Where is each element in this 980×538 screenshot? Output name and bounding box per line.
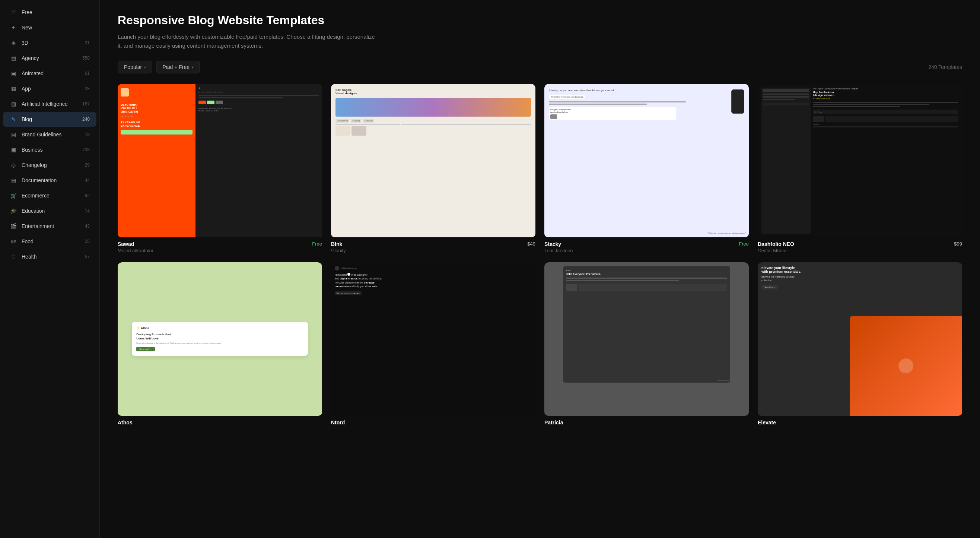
template-name-dashfolio: Dashfolio NEO <box>758 241 794 247</box>
template-thumbnail-sawad: MARK SMITH PRODUCTDESIGNER +12 +46 +20 1… <box>118 84 322 237</box>
sort-filter-button[interactable]: Popular ▾ <box>118 61 152 73</box>
sidebar-label-new: New <box>22 25 90 30</box>
app-icon: ▦ <box>10 85 17 93</box>
template-info-stacky: Stacky Free <box>544 241 749 247</box>
sidebar-count-3d: 31 <box>85 40 90 45</box>
template-price-blnk: $49 <box>527 241 535 247</box>
template-thumbnail-stacky: I design apps, and websites that blows y… <box>544 84 749 237</box>
sidebar-label-entertainment: Entertainment <box>22 223 83 229</box>
sidebar-item-entertainment[interactable]: 🎬 Entertainment 43 <box>3 219 96 234</box>
template-thumbnail-athos: ⚡ Athos Designing Products thatUsers Wil… <box>118 262 322 416</box>
sidebar-count-brand: 19 <box>85 132 90 137</box>
sidebar-label-health: Health <box>22 254 83 260</box>
template-info-ntord: Ntord <box>331 420 535 425</box>
brand-icon: ▤ <box>10 131 17 138</box>
sidebar-count-food: 25 <box>85 239 90 244</box>
animated-icon: ▣ <box>10 70 17 77</box>
sidebar-item-free[interactable]: ♡ Free <box>3 5 96 20</box>
agency-icon: ▤ <box>10 54 17 62</box>
sidebar-count-changelog: 29 <box>85 163 90 168</box>
health-icon: ♡ <box>10 253 17 260</box>
templates-grid: MARK SMITH PRODUCTDESIGNER +12 +46 +20 1… <box>118 84 962 426</box>
template-author-dashfolio: Cedric Moore <box>758 248 962 253</box>
sidebar-label-changelog: Changelog <box>22 162 83 168</box>
template-thumbnail-elevate: Elevate your lifestylewith premium essen… <box>758 262 962 416</box>
3d-icon: ◈ <box>10 39 17 46</box>
template-name-patricia: Patricia <box>544 420 563 425</box>
type-filter-label: Paid + Free <box>162 64 189 70</box>
sidebar-item-3d[interactable]: ◈ 3D 31 <box>3 35 96 50</box>
template-info-dashfolio: Dashfolio NEO $99 <box>758 241 962 247</box>
template-card-athos[interactable]: ⚡ Athos Designing Products thatUsers Wil… <box>118 262 322 426</box>
sidebar-item-ai[interactable]: ▧ Artificial Intelligence 167 <box>3 96 96 112</box>
filters-left: Popular ▾ Paid + Free ▾ <box>118 61 200 73</box>
sidebar-item-documentation[interactable]: ▤ Documentation 44 <box>3 173 96 188</box>
new-icon: ✦ <box>10 24 17 31</box>
template-card-stacky[interactable]: I design apps, and websites that blows y… <box>544 84 749 253</box>
template-thumbnail-ntord: ◎ Web Designer I'am Ntord Web Designer a… <box>331 262 535 416</box>
sidebar-item-new[interactable]: ✦ New <box>3 20 96 35</box>
sidebar-item-blog[interactable]: ✎ Blog 240 <box>3 112 96 127</box>
sidebar-item-education[interactable]: 🎓 Education 14 <box>3 203 96 218</box>
template-info-elevate: Elevate <box>758 420 962 425</box>
sidebar-item-ecommerce[interactable]: 🛒 Ecommerce 92 <box>3 188 96 203</box>
sidebar-label-brand: Brand Guidelines <box>22 131 83 137</box>
template-price-dashfolio: $99 <box>954 241 962 247</box>
template-name-blnk: Blnk <box>331 241 342 247</box>
sidebar-count-app: 28 <box>85 86 90 91</box>
sidebar-item-app[interactable]: ▦ App 28 <box>3 81 96 96</box>
sidebar: ♡ Free ✦ New ◈ 3D 31 ▤ Agency 550 ▣ Anim… <box>0 0 100 538</box>
sidebar-item-brand[interactable]: ▤ Brand Guidelines 19 <box>3 127 96 142</box>
template-card-blnk[interactable]: Carl Sagan.Visual designer Development B… <box>331 84 535 253</box>
type-filter-button[interactable]: Paid + Free ▾ <box>156 61 200 73</box>
sidebar-label-animated: Animated <box>22 70 83 77</box>
sidebar-count-agency: 550 <box>82 56 90 61</box>
sidebar-item-agency[interactable]: ▤ Agency 550 <box>3 51 96 65</box>
sidebar-count-ai: 167 <box>82 101 90 107</box>
sidebar-label-food: Food <box>22 238 83 244</box>
sidebar-label-business: Business <box>22 147 80 153</box>
template-name-sawad: Sawad <box>118 241 134 247</box>
template-info-patricia: Patricia <box>544 420 749 425</box>
sidebar-label-ecommerce: Ecommerce <box>22 193 83 199</box>
chevron-down-icon: ▾ <box>144 65 146 69</box>
sidebar-item-animated[interactable]: ▣ Animated 61 <box>3 66 96 81</box>
template-name-elevate: Elevate <box>758 420 776 425</box>
sidebar-label-blog: Blog <box>22 116 80 122</box>
sidebar-label-education: Education <box>22 208 83 214</box>
template-name-athos: Athos <box>118 420 132 425</box>
sidebar-label-app: App <box>22 86 83 92</box>
chevron-down-icon: ▾ <box>192 65 194 69</box>
sidebar-count-education: 14 <box>85 208 90 214</box>
sidebar-label-documentation: Documentation <box>22 177 83 183</box>
sort-filter-label: Popular <box>124 64 142 70</box>
template-thumbnail-blnk: Carl Sagan.Visual designer Development B… <box>331 84 535 237</box>
template-card-elevate[interactable]: Elevate your lifestylewith premium essen… <box>758 262 962 426</box>
template-card-sawad[interactable]: MARK SMITH PRODUCTDESIGNER +12 +46 +20 1… <box>118 84 322 253</box>
sidebar-count-ecommerce: 92 <box>85 193 90 198</box>
entertainment-icon: 🎬 <box>10 222 17 230</box>
template-card-ntord[interactable]: ◎ Web Designer I'am Ntord Web Designer a… <box>331 262 535 426</box>
template-card-dashfolio[interactable]: The Original Customizable Personal Websi… <box>758 84 962 253</box>
sidebar-label-ai: Artificial Intelligence <box>22 101 80 107</box>
sidebar-item-food[interactable]: 🍽 Food 25 <box>3 234 96 249</box>
business-icon: ▣ <box>10 146 17 153</box>
sidebar-label-3d: 3D <box>22 40 83 46</box>
template-thumbnail-patricia: ● ● ● Hello Everyone! I'm Patricia. Rece… <box>544 262 749 416</box>
sidebar-item-business[interactable]: ▣ Business 738 <box>3 142 96 157</box>
sidebar-item-health[interactable]: ♡ Health 57 <box>3 249 96 264</box>
ai-icon: ▧ <box>10 100 17 108</box>
template-thumbnail-dashfolio: The Original Customizable Personal Websi… <box>758 84 962 237</box>
page-description: Launch your blog effortlessly with custo… <box>118 32 378 50</box>
sidebar-item-changelog[interactable]: ◎ Changelog 29 <box>3 158 96 172</box>
template-info-sawad: Sawad Free <box>118 241 322 247</box>
sidebar-count-entertainment: 43 <box>85 224 90 229</box>
template-card-patricia[interactable]: ● ● ● Hello Everyone! I'm Patricia. Rece… <box>544 262 749 426</box>
sidebar-count-documentation: 44 <box>85 178 90 183</box>
blog-icon: ✎ <box>10 115 17 123</box>
food-icon: 🍽 <box>10 238 17 245</box>
template-price-stacky: Free <box>739 241 749 247</box>
sidebar-label-free: Free <box>22 9 90 15</box>
sidebar-count-business: 738 <box>82 147 90 152</box>
template-author-stacky: Toni Järvinen <box>544 248 749 253</box>
